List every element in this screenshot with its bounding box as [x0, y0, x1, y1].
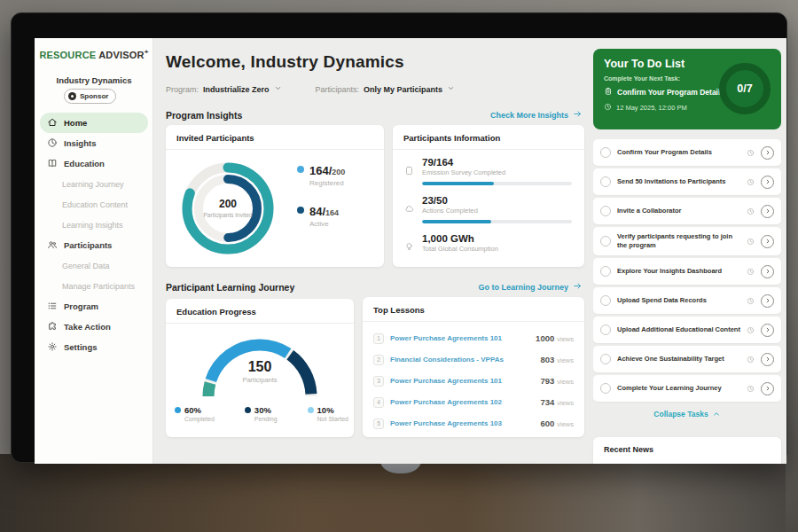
- todo-summary-card: Your To Do List Complete Your Next Task:…: [593, 49, 781, 129]
- main-content: Welcome, Industry Dynamics Program: Indu…: [153, 38, 590, 464]
- sidebar-item-learning-insights[interactable]: Learning Insights: [35, 215, 153, 235]
- task-checkbox[interactable]: [600, 295, 611, 306]
- todo-subtitle: Complete Your Next Task:: [604, 75, 680, 82]
- task-checkbox[interactable]: [600, 236, 611, 246]
- chevron-right-icon[interactable]: [761, 176, 774, 189]
- participants-filter[interactable]: Participants: Only My Participants: [316, 84, 456, 94]
- chevron-down-icon: [274, 84, 282, 94]
- lesson-views: 793views: [540, 376, 574, 386]
- wall-background: [786, 0, 798, 532]
- todo-next-task: Confirm Your Program Details: [604, 87, 724, 98]
- chevron-right-icon[interactable]: [761, 324, 774, 337]
- task-row[interactable]: Achieve One Sustainability Target: [593, 346, 781, 372]
- learning-section-header: Participant Learning Journey Go to Learn…: [166, 281, 583, 293]
- lesson-link[interactable]: Power Purchase Agreements 101: [390, 334, 529, 342]
- legend-dot: [175, 407, 181, 413]
- todo-panel: Your To Do List Complete Your Next Task:…: [593, 38, 786, 464]
- task-row[interactable]: Invite a Collaborator: [593, 198, 781, 224]
- education-gauge-chart: 150 Participants: [193, 327, 326, 402]
- progress-bar: [422, 220, 572, 223]
- chevron-right-icon[interactable]: [761, 265, 774, 278]
- task-checkbox[interactable]: [600, 176, 611, 187]
- lesson-rank: 1: [373, 333, 384, 344]
- sidebar-item-insights[interactable]: Insights: [35, 133, 153, 153]
- collapse-tasks-link[interactable]: Collapse Tasks: [593, 410, 781, 419]
- brand-secondary: ADVISOR: [98, 50, 145, 60]
- education-progress-card: Education Progress 150 Participants 60% …: [166, 299, 354, 437]
- lesson-row: 4 Power Purchase Agreements 102 734views: [373, 391, 574, 413]
- clock-icon: [747, 233, 755, 249]
- task-checkbox[interactable]: [600, 147, 611, 158]
- progress-bar: [422, 182, 572, 185]
- lesson-rank: 3: [373, 376, 384, 387]
- clock-icon: [747, 145, 755, 160]
- chevron-right-icon[interactable]: [761, 205, 774, 218]
- lesson-link[interactable]: Power Purchase Agreements 102: [390, 398, 534, 406]
- filters-row: Program: Industrialize Zero Participants…: [166, 84, 455, 94]
- gauge-center-label: 150 Participants: [193, 359, 326, 384]
- sidebar-item-learning-journey[interactable]: Learning Journey: [35, 174, 153, 194]
- brand-primary: RESOURCE: [39, 50, 96, 60]
- legend-dot: [297, 207, 304, 214]
- info-row: 23/50 Actions Completed: [403, 195, 572, 223]
- sidebar-item-participants[interactable]: Participants: [35, 235, 153, 255]
- lessons-card-title: Top Lessons: [373, 305, 425, 315]
- brand-logo: RESOURCE ADVISOR+: [35, 48, 153, 60]
- sidebar-item-home[interactable]: Home: [40, 113, 148, 133]
- task-row[interactable]: Complete Your Learning Journey: [593, 375, 781, 402]
- clock-icon: [747, 322, 755, 338]
- participants-filter-value: Only My Participants: [364, 85, 442, 94]
- participants-filter-label: Participants:: [316, 85, 360, 94]
- chevron-right-icon[interactable]: [761, 235, 774, 248]
- lesson-views: 734views: [540, 397, 574, 407]
- lesson-row: 3 Power Purchase Agreements 101 793views: [373, 370, 574, 392]
- lesson-rank: 2: [373, 355, 384, 365]
- sidebar-item-education[interactable]: Education: [35, 153, 153, 174]
- sponsor-badge[interactable]: Sponsor: [64, 89, 116, 104]
- sidebar-item-general-data[interactable]: General Data: [35, 255, 153, 276]
- go-to-learning-journey-link[interactable]: Go to Learning Journey: [478, 281, 583, 293]
- check-more-insights-link[interactable]: Check More Insights: [490, 109, 583, 121]
- monitor: RESOURCE ADVISOR+ Industry Dynamics Spon…: [11, 12, 787, 463]
- task-row[interactable]: Explore Your Insights Dashboard: [593, 258, 781, 285]
- task-row[interactable]: Verify participants requesting to join t…: [593, 227, 781, 255]
- info-row: 79/164 Emission Survey Completed: [403, 157, 572, 185]
- donut-legend: 164/200 Registered 84/164 Active: [297, 162, 345, 244]
- sidebar-item-manage-participants[interactable]: Manage Participants: [35, 276, 153, 296]
- chevron-right-icon[interactable]: [761, 146, 774, 160]
- task-checkbox[interactable]: [600, 266, 611, 277]
- sidebar-item-program[interactable]: Program: [35, 296, 153, 317]
- org-name: Industry Dynamics: [35, 75, 153, 85]
- task-checkbox[interactable]: [600, 206, 611, 216]
- lesson-link[interactable]: Financial Considerations - VPPAs: [390, 356, 534, 364]
- task-checkbox[interactable]: [600, 383, 611, 394]
- arrow-right-icon: [573, 281, 583, 293]
- legend-dot: [245, 407, 251, 413]
- invited-donut-chart: 200 Participants Invited: [178, 159, 278, 258]
- lesson-views: 803views: [540, 355, 574, 364]
- participants-info-card: Participants Information 79/164 Emission…: [393, 125, 584, 267]
- task-checkbox[interactable]: [600, 354, 611, 364]
- sidebar-item-take-action[interactable]: Take Action: [35, 317, 153, 337]
- todo-title: Your To Do List: [604, 58, 685, 70]
- todo-progress-ring: 0/7: [719, 63, 771, 114]
- lesson-rank: 5: [373, 419, 384, 429]
- lesson-link[interactable]: Power Purchase Agreements 103: [390, 419, 534, 427]
- task-row[interactable]: Confirm Your Program Details: [593, 139, 781, 166]
- invited-participants-card: Invited Participants 200 Participants In…: [166, 125, 384, 267]
- chevron-right-icon[interactable]: [761, 353, 774, 366]
- program-filter-label: Program:: [166, 85, 199, 94]
- lesson-link[interactable]: Power Purchase Agreements 101: [390, 377, 534, 385]
- sidebar-item-education-content[interactable]: Education Content: [35, 194, 153, 215]
- program-filter[interactable]: Program: Industrialize Zero: [166, 84, 282, 94]
- task-row[interactable]: Upload Spend Data Records: [593, 287, 781, 314]
- task-row[interactable]: Send 50 Invitations to Participants: [593, 168, 781, 195]
- chevron-right-icon[interactable]: [761, 382, 774, 395]
- task-checkbox[interactable]: [600, 325, 611, 335]
- sidebar-item-settings[interactable]: Settings: [35, 337, 153, 357]
- chevron-right-icon[interactable]: [761, 294, 774, 308]
- legend-dot: [297, 166, 304, 173]
- task-row[interactable]: Upload Additional Educational Content: [593, 317, 781, 343]
- lesson-rank: 4: [373, 397, 384, 408]
- sidebar: RESOURCE ADVISOR+ Industry Dynamics Spon…: [35, 38, 153, 464]
